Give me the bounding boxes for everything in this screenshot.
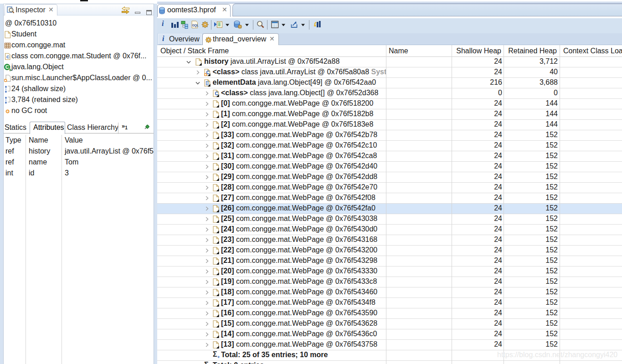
svg-text:[]: [] (206, 81, 208, 85)
svg-text:C: C (5, 64, 9, 70)
svg-text:OQL: OQL (192, 23, 199, 27)
svg-text:C: C (6, 54, 10, 59)
svg-text:C: C (215, 91, 218, 96)
